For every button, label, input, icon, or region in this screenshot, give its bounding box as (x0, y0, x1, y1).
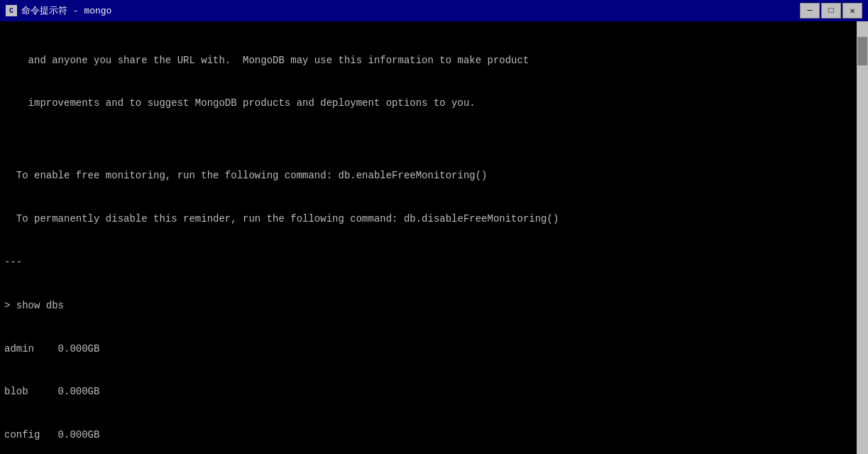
titlebar: C 命令提示符 - mongo — □ ✕ (0, 0, 868, 21)
terminal-line: blob 0.000GB (4, 384, 850, 399)
terminal-line: improvements and to suggest MongoDB prod… (4, 96, 850, 110)
titlebar-controls: — □ ✕ (800, 3, 862, 18)
scrollbar[interactable] (857, 21, 868, 454)
terminal-line: To enable free monitoring, run the follo… (4, 168, 850, 183)
scrollbar-thumb[interactable] (857, 37, 867, 65)
terminal-line: --- (4, 255, 850, 269)
terminal-line: and anyone you share the URL with. Mongo… (4, 53, 850, 67)
window-title: 命令提示符 - mongo (21, 4, 111, 17)
titlebar-icon: C (6, 5, 17, 16)
terminal-line: admin 0.000GB (4, 342, 850, 356)
close-button[interactable]: ✕ (842, 3, 862, 18)
maximize-button[interactable]: □ (821, 3, 841, 18)
titlebar-left: C 命令提示符 - mongo (6, 4, 111, 17)
terminal-output: and anyone you share the URL with. Mongo… (4, 24, 864, 454)
terminal-line: > show dbs (4, 298, 850, 313)
terminal-line: config 0.000GB (4, 428, 850, 442)
terminal-line: To permanently disable this reminder, ru… (4, 212, 850, 226)
terminal-content-area: and anyone you share the URL with. Mongo… (0, 21, 868, 454)
minimize-button[interactable]: — (800, 3, 820, 18)
window: C 命令提示符 - mongo — □ ✕ and anyone you sha… (0, 0, 868, 454)
